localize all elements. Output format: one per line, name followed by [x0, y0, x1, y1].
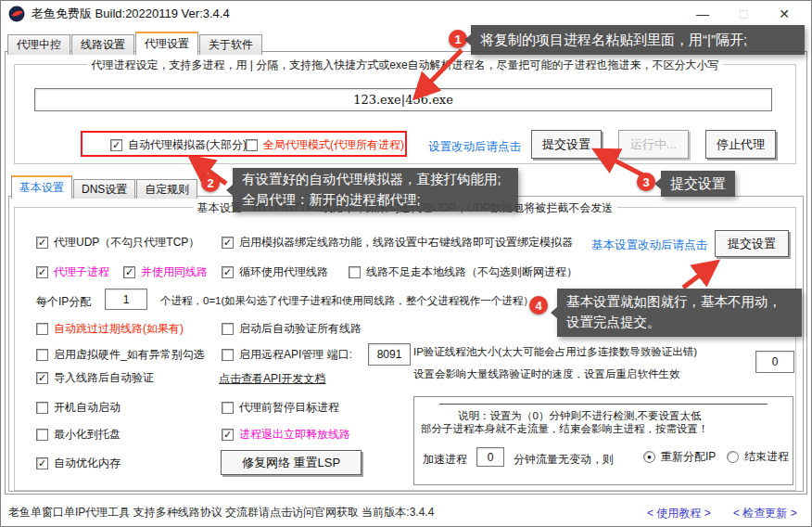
submit-hint-text: 设置改动后请点击	[428, 139, 521, 155]
ip-alloc-count-input[interactable]	[105, 289, 147, 310]
checkbox-use-same-line[interactable]: ✓ 并使用同线路	[123, 264, 208, 280]
checkbox-box	[36, 402, 48, 414]
checkbox-box: ✓	[222, 266, 234, 278]
tooltip-text-line1: 有设置好的自动代理模拟器，直接打钩能用;	[242, 170, 509, 190]
checkbox-label: 代理前暂停目标进程	[239, 400, 339, 416]
api-port-input[interactable]	[368, 343, 411, 366]
radio-label: 重新分配IP	[661, 449, 716, 465]
annotation-tooltip-1: 将复制的项目进程名粘贴到里面，用“|”隔开;	[471, 25, 805, 55]
checkbox-skip-expired-lines[interactable]: 自动跳过过期线路(如果有)	[36, 321, 184, 337]
checkbox-label: 启用模拟器绑定线路功能，线路设置中右键线路即可设置绑定模拟器	[239, 235, 573, 251]
accel-process-label: 加速进程	[423, 452, 467, 468]
checkbox-virtual-hardware[interactable]: 启用虚拟硬件_如有异常别勾选	[36, 347, 205, 363]
radio-label: 结束进程	[744, 449, 789, 465]
tab-line-settings[interactable]: 线路设置	[71, 34, 134, 55]
checkbox-label: 自动跳过过期线路(如果有)	[54, 321, 184, 337]
annotation-badge-2: 2	[201, 174, 220, 192]
radio-kill-process[interactable]: 结束进程	[727, 449, 789, 465]
annotation-tooltip-4: 基本设置就如图就行，基本不用动， 设置完点提交。	[557, 289, 802, 337]
checkbox-box	[222, 349, 234, 361]
basic-submit-settings-button[interactable]: 提交设置	[715, 230, 789, 257]
radio-reassign-ip[interactable]: ● 重新分配IP	[643, 449, 716, 465]
main-tabbar: 代理中控 线路设置 代理设置 关于软件	[7, 32, 262, 55]
annotation-badge-3: 3	[637, 173, 655, 191]
tooltip-text: 将复制的项目进程名粘贴到里面，用“|”隔开;	[480, 30, 795, 51]
checkbox-proxy-udp[interactable]: ✓ 代理UDP（不勾只代理TCP）	[36, 235, 199, 251]
tooltip-text-line2: 设置完点提交。	[566, 313, 793, 333]
checkbox-autostart[interactable]: 开机自动启动	[36, 400, 121, 416]
tutorial-link[interactable]: < 使用教程 >	[647, 506, 711, 521]
checkbox-box: ✓	[36, 372, 48, 384]
checkbox-verify-all-on-start[interactable]: 启动后自动验证所有线路	[222, 321, 362, 337]
checkbox-box: ✓	[36, 266, 48, 278]
checkbox-box: ✓	[222, 429, 234, 441]
tooltip-text: 提交设置	[670, 174, 726, 195]
subtab-basic-settings[interactable]: 基本设置	[11, 175, 72, 199]
fix-network-button[interactable]: 修复网络 重置LSP	[221, 450, 362, 475]
annotation-badge-4: 4	[529, 296, 548, 315]
checkbox-label: 导入线路后自动验证	[54, 370, 154, 386]
submit-settings-button[interactable]: 提交设置	[531, 130, 602, 159]
checkbox-label: 最小化到托盘	[54, 427, 121, 443]
minimize-icon[interactable]: —	[687, 1, 718, 27]
checkbox-cycle-proxy-lines[interactable]: ✓ 循环使用代理线路	[222, 264, 328, 280]
check-update-link[interactable]: < 检查更新 >	[733, 506, 797, 521]
running-button: 运行中...	[618, 130, 689, 159]
note-separator	[439, 404, 768, 405]
note-line2: 部分子进程本身就不走流量，结束会影响主进程，按需设置！	[421, 422, 709, 436]
checkbox-box	[349, 266, 361, 278]
stop-proxy-button[interactable]: 停止代理	[705, 130, 776, 159]
process-names-input[interactable]	[34, 88, 772, 111]
maximize-icon[interactable]: □	[728, 1, 759, 27]
fish-logo-icon	[8, 6, 25, 22]
checkbox-box	[36, 349, 48, 361]
checkbox-label: 线路不足走本地线路（不勾选则断网进程）	[366, 264, 577, 280]
checkbox-box	[246, 139, 258, 151]
process-groupbox-title: 代理进程设定，支持多进程，用 | 分隔，支持拖入快捷方式或exe自动解析进程名，…	[87, 58, 722, 73]
thread-pool-line1: IP验证线程池大小(太大可能会占用过多连接数导致验证出错)	[413, 345, 697, 359]
tab-proxy-settings[interactable]: 代理设置	[135, 32, 198, 55]
checkbox-minimize-to-tray[interactable]: 最小化到托盘	[36, 427, 121, 443]
checkbox-fallback-local-line[interactable]: 线路不足走本地线路（不勾选则断网进程）	[349, 264, 577, 280]
thread-pool-size-input[interactable]	[755, 351, 794, 373]
checkbox-release-line-on-exit[interactable]: ✓ 进程退出立即释放线路	[222, 427, 350, 443]
checkbox-label: 代理UDP（不勾只代理TCP）	[54, 235, 199, 251]
checkbox-global-proxy-mode[interactable]: 全局代理模式(代理所有进程)	[246, 137, 404, 153]
checkbox-label: 自动优化内存	[54, 456, 121, 471]
tooltip-text-line1: 基本设置就如图就行，基本不用动，	[566, 292, 793, 313]
close-icon[interactable]: ✕	[768, 1, 800, 27]
checkbox-label: 启用虚拟硬件_如有异常别勾选	[54, 347, 205, 363]
checkbox-verify-after-import[interactable]: ✓ 导入线路后自动验证	[36, 370, 154, 386]
checkbox-label: 自动代理模拟器(大部分)	[128, 137, 247, 153]
basic-submit-hint-text: 基本设置改动后请点击	[591, 238, 707, 253]
subtab-dns-settings[interactable]: DNS设置	[73, 179, 135, 199]
checkbox-auto-simulator[interactable]: ✓ 自动代理模拟器(大部分)	[110, 137, 247, 153]
checkbox-box	[222, 402, 234, 414]
annotation-tooltip-3: 提交设置	[661, 171, 735, 197]
checkbox-bind-simulator-line[interactable]: ✓ 启用模拟器绑定线路功能，线路设置中右键线路即可设置绑定模拟器	[222, 235, 573, 251]
settings-subtabbar: 基本设置 DNS设置 自定规则	[11, 175, 197, 199]
checkbox-label: 启动后自动验证所有线路	[239, 321, 362, 337]
ip-alloc-suffix-label: 个进程，0=1(如果勾选了代理子进程和使用同线路，整个父进程视作一个进程）	[160, 294, 534, 308]
tab-proxy-control[interactable]: 代理中控	[7, 34, 70, 55]
subtab-custom-rules[interactable]: 自定规则	[136, 179, 197, 199]
checkbox-proxy-child-process[interactable]: ✓ 代理子进程	[36, 264, 109, 280]
checkbox-box: ✓	[36, 237, 48, 249]
tab-about[interactable]: 关于软件	[199, 34, 262, 55]
checkbox-optimize-memory[interactable]: ✓ 自动优化内存	[36, 456, 121, 471]
checkbox-label: 进程退出立即释放线路	[239, 427, 350, 443]
checkbox-remote-api[interactable]: 启用远程API管理 端口:	[222, 347, 352, 363]
ip-alloc-prefix-label: 每个IP分配	[36, 294, 91, 310]
annotation-tooltip-2: 有设置好的自动代理模拟器，直接打钩能用; 全局代理：新开的进程都代理;	[233, 168, 518, 212]
checkbox-label: 全局代理模式(代理所有进程)	[263, 137, 404, 153]
radio-circle	[727, 451, 739, 463]
checkbox-label: 代理子进程	[54, 264, 109, 280]
checkbox-pause-target-process[interactable]: 代理前暂停目标进程	[222, 400, 339, 416]
checkbox-box	[36, 429, 48, 441]
radio-circle: ●	[643, 451, 655, 463]
status-text: 老鱼单窗口单IP代理工具 支持多种线路协议 交流群请点击访问官网获取 当前版本:…	[8, 505, 434, 521]
checkbox-label: 并使用同线路	[141, 264, 208, 280]
accel-minutes-input[interactable]	[476, 447, 504, 467]
api-doc-link[interactable]: 点击查看API开发文档	[219, 371, 325, 387]
note-line1: 说明：设置为（0）分钟则不进行检测,不要设置太低	[458, 409, 702, 423]
